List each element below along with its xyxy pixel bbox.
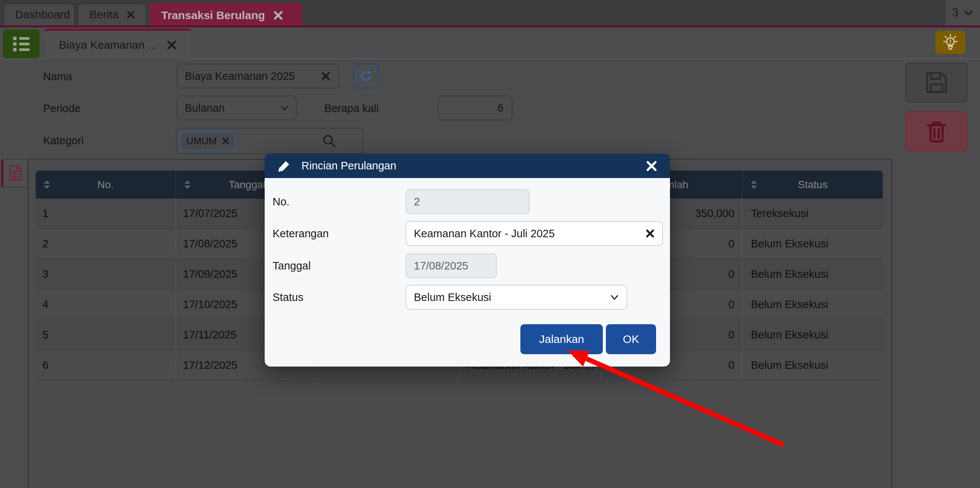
modal-no-label: No.: [272, 196, 290, 208]
tab-dashboard-label: Dashboard: [15, 8, 70, 21]
cell-no: 3: [36, 259, 176, 289]
nama-value: Biaya Keamanan 2025: [185, 70, 295, 83]
cell-status: Tereksekusi: [743, 199, 883, 228]
lightbulb-icon: !: [942, 33, 959, 51]
modal-no-value: 2: [414, 196, 420, 208]
search-icon[interactable]: [322, 134, 336, 148]
sort-icon: [44, 180, 50, 189]
modal-tanggal-value: 17/08/2025: [414, 260, 468, 272]
tab-berita[interactable]: Berita: [77, 3, 147, 25]
cell-no: 4: [36, 290, 176, 320]
cell-no: 5: [36, 320, 176, 350]
modal-status-label: Status: [272, 291, 303, 304]
nama-input[interactable]: Biaya Keamanan 2025: [177, 64, 339, 89]
refresh-icon: [359, 69, 373, 83]
refresh-button[interactable]: [353, 64, 379, 89]
close-icon[interactable]: [273, 11, 283, 20]
berapa-kali-input[interactable]: 6: [438, 95, 512, 120]
notification-dropdown[interactable]: 3: [945, 0, 980, 25]
save-button[interactable]: [905, 63, 967, 102]
tab-dashboard[interactable]: Dashboard: [3, 3, 75, 25]
column-header-no[interactable]: No.: [36, 170, 176, 199]
close-icon[interactable]: [127, 10, 135, 19]
data-view-side-tab[interactable]: [1, 159, 28, 188]
cell-status: Belum Eksekusi: [743, 290, 883, 320]
periode-select[interactable]: Bulanan: [177, 95, 297, 120]
dialog-title: Rincian Perulangan: [301, 160, 396, 172]
kategori-tag[interactable]: UMUM: [180, 132, 235, 151]
chevron-down-icon: [963, 9, 974, 16]
cell-status: Belum Eksekusi: [743, 259, 883, 289]
periode-value: Bulanan: [185, 102, 224, 114]
nama-label: Nama: [43, 70, 72, 83]
svg-text:!: !: [949, 38, 951, 46]
trash-icon: [926, 120, 947, 143]
cell-status: Belum Eksekusi: [743, 229, 883, 259]
clear-icon[interactable]: [646, 229, 655, 238]
cell-no: 6: [36, 350, 176, 380]
modal-no-input: 2: [406, 189, 529, 214]
main-tab-bar: Dashboard Berita Transaksi Berulang 3: [0, 0, 980, 27]
close-icon[interactable]: [646, 161, 657, 172]
kategori-label: Kategori: [43, 135, 84, 147]
sort-icon: [751, 180, 757, 189]
modal-keterangan-value: Keamanan Kantor - Juli 2025: [414, 227, 555, 240]
tab-berita-label: Berita: [89, 8, 118, 21]
sub-tab-label: Biaya Keamanan ...: [59, 38, 157, 51]
chevron-down-icon: [610, 294, 619, 300]
modal-status-value: Belum Eksekusi: [414, 291, 491, 304]
chevron-down-icon: [280, 105, 289, 111]
kategori-input[interactable]: UMUM: [176, 128, 363, 154]
sub-tab-biaya-keamanan[interactable]: Biaya Keamanan ...: [44, 29, 191, 59]
sort-icon: [185, 180, 191, 189]
cell-status: Belum Eksekusi: [743, 350, 883, 380]
modal-keterangan-label: Keterangan: [272, 227, 329, 240]
delete-button[interactable]: [905, 111, 967, 151]
notification-count: 3: [952, 6, 958, 19]
rincian-perulangan-dialog: Rincian Perulangan No. 2 Keterangan Keam…: [265, 154, 670, 367]
dialog-header: Rincian Perulangan: [265, 154, 670, 178]
cell-no: 2: [36, 229, 176, 259]
save-icon: [925, 71, 948, 94]
modal-status-select[interactable]: Belum Eksekusi: [406, 285, 627, 310]
berapa-kali-value: 6: [498, 102, 503, 114]
cell-no: 1: [36, 199, 176, 228]
document-icon: [8, 165, 23, 182]
tab-transaksi-berulang[interactable]: Transaksi Berulang: [150, 3, 302, 27]
modal-keterangan-input[interactable]: Keamanan Kantor - Juli 2025: [406, 221, 663, 246]
close-icon[interactable]: [167, 40, 177, 50]
pencil-icon: [277, 159, 291, 173]
jalankan-button[interactable]: Jalankan: [520, 324, 603, 354]
ok-button[interactable]: OK: [606, 324, 656, 354]
modal-tanggal-label: Tanggal: [272, 260, 311, 272]
modal-tanggal-input: 17/08/2025: [406, 253, 497, 278]
tab-bar-underline: [0, 25, 980, 27]
hint-button[interactable]: !: [935, 31, 966, 54]
cell-status: Belum Eksekusi: [743, 320, 883, 350]
tab-transaksi-berulang-label: Transaksi Berulang: [161, 9, 265, 22]
periode-label: Periode: [43, 102, 81, 115]
column-header-status[interactable]: Status: [743, 170, 883, 199]
kategori-tag-label: UMUM: [186, 135, 217, 147]
clear-icon[interactable]: [321, 72, 330, 81]
menu-button[interactable]: [3, 29, 40, 59]
list-menu-icon: [12, 35, 31, 52]
remove-tag-icon[interactable]: [222, 137, 229, 145]
berapa-kali-label: Berapa kali: [324, 102, 379, 115]
